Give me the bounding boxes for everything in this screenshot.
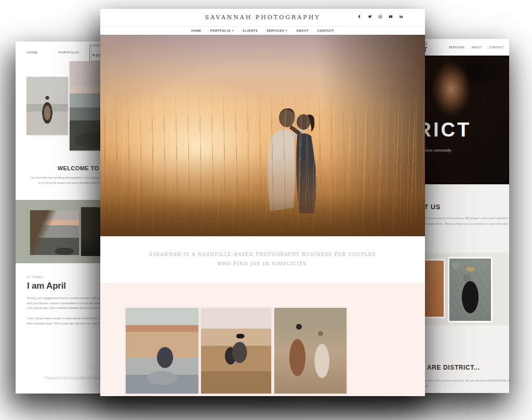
savannah-nav-contact[interactable]: CONTACT — [317, 29, 334, 32]
savannah-nav-about[interactable]: ABOUT — [296, 29, 309, 32]
chevron-down-icon — [285, 30, 287, 31]
savannah-social-bar — [357, 15, 403, 19]
gallery-photo-couple-blanket — [126, 308, 198, 394]
portrait-nav-home[interactable]: HOME — [27, 51, 37, 54]
savannah-nav-portfolio[interactable]: PORTFOLIO — [210, 29, 234, 32]
youtube-icon[interactable] — [389, 15, 393, 19]
savannah-nav-home[interactable]: HOME — [191, 29, 202, 32]
portrait-gallery-photo-cliff — [30, 210, 79, 255]
district-nav: SERVICES ABOUT CONTACT — [449, 46, 504, 49]
district-nav-about[interactable]: ABOUT — [472, 46, 482, 49]
savannah-gallery-section — [100, 283, 425, 396]
hero-vignette — [100, 35, 425, 236]
district-photo-hexagon-portrait — [448, 257, 493, 322]
tagline-line-1: SAVANNAH IS A NASHVILLE-BASED PHOTOGRAPH… — [149, 250, 376, 260]
savannah-hero-image — [100, 35, 425, 236]
gallery-photo-couple-grass — [201, 308, 271, 394]
facebook-icon[interactable] — [357, 15, 362, 19]
savannah-nav-clients[interactable]: CLIENTS — [243, 29, 258, 32]
design-mockup-stage: HOME PORTFOLIO CLIENTS THE PORTRAIT WELC… — [0, 0, 532, 420]
district-nav-services[interactable]: SERVICES — [449, 46, 464, 49]
savannah-tagline: SAVANNAH IS A NASHVILLE-BASED PHOTOGRAPH… — [100, 236, 425, 283]
instagram-icon[interactable] — [378, 15, 382, 19]
gallery-photo-couple-standing — [274, 308, 347, 394]
savannah-site-card: SAVANNAH PHOTOGRAPHY HOME PORTFOLIO CLIE… — [100, 9, 425, 396]
savannah-nav-services[interactable]: SERVICES — [267, 29, 287, 32]
district-nav-contact[interactable]: CONTACT — [489, 46, 504, 49]
chevron-down-icon — [232, 30, 234, 31]
twitter-icon[interactable] — [368, 15, 372, 19]
linkedin-icon[interactable] — [399, 15, 403, 19]
savannah-nav: HOME PORTFOLIO CLIENTS SERVICES ABOUT CO… — [100, 26, 425, 35]
portrait-gallery-photo-couple-sea — [26, 77, 68, 135]
tagline-line-2: WHO FIND JOY IN SIMPLICITY. — [217, 260, 308, 269]
portrait-nav-portfolio[interactable]: PORTFOLIO — [58, 51, 79, 54]
